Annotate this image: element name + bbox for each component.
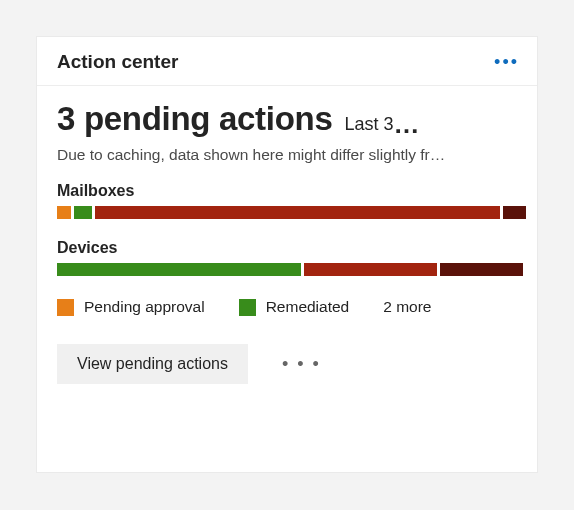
legend-label-remediated: Remediated [266,298,350,316]
more-options-icon[interactable]: ••• [492,53,521,71]
mailboxes-seg-pending [57,206,71,219]
devices-seg-declined [440,263,523,276]
action-center-card: Action center ••• 3 pending actions Last… [36,36,538,473]
pending-actions-headline: 3 pending actions [57,100,332,138]
mailboxes-bar [57,206,517,219]
time-period-text: Last 3 [344,114,393,134]
time-period: Last 3… [344,106,421,137]
devices-label: Devices [57,239,517,257]
headline-row: 3 pending actions Last 3… [57,100,517,138]
mailboxes-seg-declined [503,206,526,219]
more-actions-icon[interactable]: • • • [282,354,321,375]
card-body: 3 pending actions Last 3… Due to caching… [37,86,537,404]
caching-disclaimer: Due to caching, data shown here might di… [57,146,517,164]
mailboxes-seg-failed [95,206,500,219]
card-title: Action center [57,51,178,73]
legend-swatch-remediated [239,299,256,316]
view-pending-actions-button[interactable]: View pending actions [57,344,248,384]
mailboxes-label: Mailboxes [57,182,517,200]
mailboxes-seg-remediated [74,206,92,219]
legend-swatch-pending [57,299,74,316]
actions-row: View pending actions • • • [57,344,517,384]
ellipsis-icon: … [393,109,421,139]
legend-overflow[interactable]: 2 more [383,298,431,316]
card-header: Action center ••• [37,37,537,86]
devices-seg-remediated [57,263,301,276]
legend-label-pending: Pending approval [84,298,205,316]
devices-seg-failed [304,263,437,276]
devices-bar [57,263,517,276]
legend: Pending approval Remediated 2 more [57,298,517,316]
